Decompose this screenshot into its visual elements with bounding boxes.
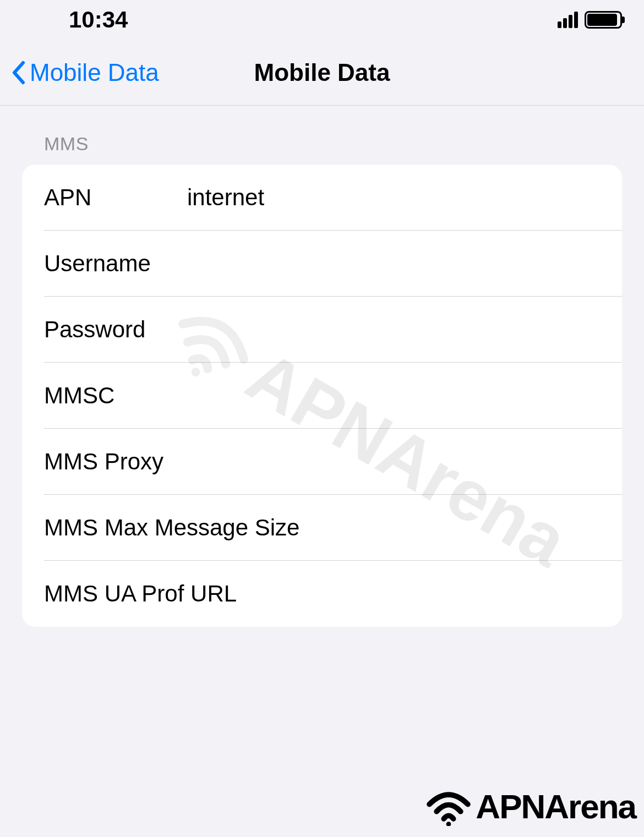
- password-label: Password: [44, 316, 187, 343]
- chevron-back-icon: [11, 61, 25, 85]
- mms-ua-prof-label: MMS UA Prof URL: [44, 581, 309, 607]
- mmsc-label: MMSC: [44, 382, 187, 409]
- mms-max-size-row[interactable]: MMS Max Message Size: [22, 495, 622, 561]
- username-field[interactable]: [187, 250, 600, 277]
- mms-proxy-row[interactable]: MMS Proxy: [22, 429, 622, 495]
- username-row[interactable]: Username: [22, 231, 622, 297]
- mmsc-row[interactable]: MMSC: [22, 363, 622, 429]
- mms-proxy-field[interactable]: [309, 448, 600, 475]
- username-label: Username: [44, 250, 187, 277]
- svg-point-1: [446, 822, 451, 826]
- back-button[interactable]: Mobile Data: [11, 59, 159, 86]
- apn-field[interactable]: [187, 184, 600, 211]
- mms-max-size-label: MMS Max Message Size: [44, 515, 309, 541]
- password-row[interactable]: Password: [22, 297, 622, 363]
- mms-ua-prof-row[interactable]: MMS UA Prof URL: [22, 561, 622, 627]
- footer-logo-text: APNArena: [476, 787, 636, 826]
- password-field[interactable]: [187, 316, 600, 343]
- settings-group-mms: APN Username Password MMSC MMS Proxy MMS…: [22, 165, 622, 627]
- footer-logo: APNArena: [424, 787, 636, 826]
- content-area: MMS APN Username Password MMSC MMS Proxy: [0, 106, 644, 627]
- mms-proxy-label: MMS Proxy: [44, 448, 309, 475]
- navigation-bar: Mobile Data Mobile Data: [0, 40, 644, 106]
- apn-row[interactable]: APN: [22, 165, 622, 231]
- mms-ua-prof-field[interactable]: [309, 581, 600, 607]
- mmsc-field[interactable]: [187, 382, 600, 409]
- page-title: Mobile Data: [254, 59, 390, 86]
- battery-icon: [585, 11, 622, 29]
- mms-max-size-field[interactable]: [309, 515, 600, 541]
- apn-label: APN: [44, 184, 187, 211]
- section-header-mms: MMS: [44, 133, 622, 155]
- status-indicators: [558, 11, 622, 29]
- wifi-icon: [424, 787, 473, 826]
- back-label: Mobile Data: [30, 59, 159, 86]
- signal-icon: [558, 12, 578, 28]
- status-bar: 10:34: [0, 0, 644, 40]
- status-time: 10:34: [69, 7, 128, 33]
